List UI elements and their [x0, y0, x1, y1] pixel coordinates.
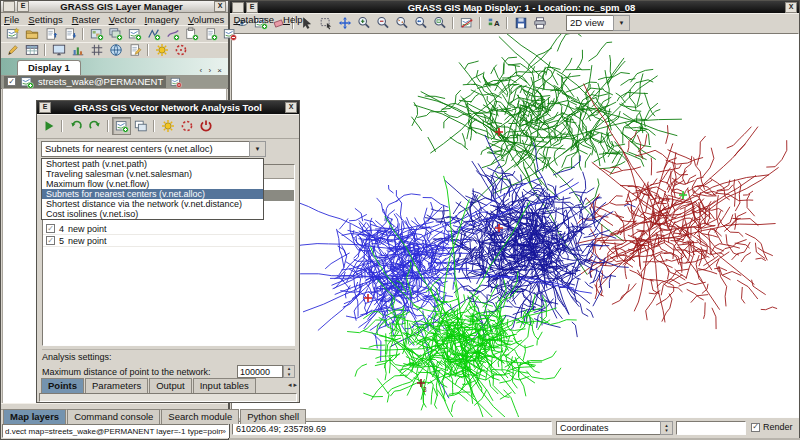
toolbar-separator — [479, 17, 481, 29]
view-mode-value: 2D view — [566, 15, 613, 31]
chevron-down-icon[interactable]: ▼ — [613, 15, 630, 31]
menu-vector[interactable]: Vector — [109, 14, 136, 25]
workspace-new-icon[interactable] — [3, 25, 22, 43]
tab-nav-icons[interactable]: ‹ › × — [196, 66, 228, 75]
digitize-icon[interactable] — [125, 41, 144, 59]
method-option-5[interactable]: Cost isolines (v.net.iso) — [42, 209, 263, 219]
tab-search-module[interactable]: Search module — [161, 409, 239, 424]
tab-map-layers[interactable]: Map layers — [3, 409, 66, 424]
toolbar-separator — [153, 120, 155, 132]
workspace-save-icon[interactable] — [41, 25, 60, 43]
render-checkbox[interactable]: ✓ — [751, 423, 760, 432]
point-checkbox[interactable]: ✓ — [46, 236, 55, 245]
run-icon[interactable] — [39, 117, 58, 135]
selected-layer[interactable]: ✓ streets_wake@PERMANENT — [4, 76, 166, 88]
method-option-0[interactable]: Shortest path (v.net.path) — [42, 159, 263, 169]
menu-volumes[interactable]: Volumes — [188, 14, 224, 25]
menu-settings[interactable]: Settings — [28, 14, 62, 25]
insert-points-icon[interactable] — [112, 117, 131, 135]
window-menu-icon[interactable] — [232, 2, 244, 13]
window-menu-icon[interactable] — [3, 1, 15, 12]
method-option-2[interactable]: Maximum flow (v.net.flow) — [42, 179, 263, 189]
view-mode-combo[interactable]: 2D view ▼ — [566, 15, 630, 31]
tab-points[interactable]: Points — [41, 378, 84, 393]
overlay-add-icon[interactable] — [201, 25, 220, 43]
tab-parameters[interactable]: Parameters — [85, 378, 148, 393]
vdigit-icon[interactable] — [177, 117, 196, 135]
undo-icon[interactable] — [66, 117, 85, 135]
method-option-1[interactable]: Traveling salesman (v.net.salesman) — [42, 169, 263, 179]
group-add-icon[interactable] — [182, 25, 201, 43]
vector-misc-add-icon[interactable] — [163, 25, 182, 43]
menu-file[interactable]: File — [4, 14, 19, 25]
menu-raster[interactable]: Raster — [72, 14, 100, 25]
expand-icon[interactable]: » — [222, 425, 226, 437]
settings-icon[interactable] — [158, 117, 177, 135]
save-file-icon[interactable] — [511, 14, 530, 32]
vector-multi-add-icon[interactable] — [144, 25, 163, 43]
layer-manager-titlebar[interactable]: E GRASS GIS Layer Manager X — [1, 1, 228, 13]
zoom-region-icon[interactable] — [430, 14, 449, 32]
tab-output[interactable]: Output — [149, 378, 192, 393]
overlay-icon[interactable]: A — [484, 14, 503, 32]
analyze-icon[interactable] — [457, 14, 476, 32]
display-tabstrip: Display 1 ‹ › × — [1, 58, 228, 76]
edit-attributes-icon[interactable] — [3, 41, 22, 59]
print-icon[interactable] — [530, 14, 549, 32]
point-row-5[interactable]: ✓5new point — [43, 235, 294, 247]
method-option-3[interactable]: Subnets for nearest centers (v.net.alloc… — [42, 189, 263, 199]
max-distance-spinner[interactable]: 100000 ▴▾ — [237, 365, 295, 378]
command-prompt[interactable]: d.vect map=streets_wake@PERMANENT layer=… — [2, 424, 229, 438]
globe-icon[interactable] — [106, 41, 125, 59]
layer-row[interactable]: ✓ streets_wake@PERMANENT — [1, 75, 228, 89]
tab-command-console[interactable]: Command console — [67, 409, 160, 424]
point-checkbox[interactable]: ✓ — [46, 224, 55, 233]
chevron-down-icon[interactable]: ▼ — [249, 141, 266, 157]
menu-database[interactable]: Database — [233, 14, 274, 25]
raster-multi-add-icon[interactable] — [106, 25, 125, 43]
tab-display-1[interactable]: Display 1 — [17, 60, 81, 75]
snap-icon[interactable] — [131, 117, 150, 135]
zoom-extent-icon[interactable] — [392, 14, 411, 32]
point-row-4[interactable]: ✓4new point — [43, 223, 294, 235]
method-option-4[interactable]: Shortest distance via the network (v.net… — [42, 199, 263, 209]
attribute-table-icon[interactable] — [22, 41, 41, 59]
zoom-back-icon[interactable] — [411, 14, 430, 32]
vector-add-icon[interactable] — [125, 25, 144, 43]
spinner-icon[interactable]: ▴▾ — [660, 421, 673, 435]
method-combo[interactable]: Subnets for nearest centers (v.net.alloc… — [41, 141, 266, 157]
zoom-out-icon[interactable] — [373, 14, 392, 32]
menu-help[interactable]: Help — [283, 14, 303, 25]
tab-input-tables[interactable]: Input tables — [193, 378, 256, 393]
map-display-titlebar[interactable]: E GRASS GIS Map Display: 1 - Location: n… — [230, 1, 799, 13]
redo-icon[interactable] — [85, 117, 104, 135]
spinner-icon[interactable]: ▴▾ — [283, 365, 295, 378]
map-canvas[interactable]: 3 — [231, 33, 799, 418]
workspace-open-icon[interactable] — [22, 25, 41, 43]
zoom-in-icon[interactable] — [354, 14, 373, 32]
workspace-load-icon[interactable] — [60, 25, 79, 43]
layer-remove-icon[interactable] — [220, 25, 239, 43]
quit-icon[interactable] — [196, 117, 215, 135]
new-display-icon[interactable] — [49, 41, 68, 59]
vnet-title: GRASS GIS Vector Network Analysis Tool — [53, 102, 283, 113]
close-icon[interactable]: X — [785, 2, 797, 13]
command-text[interactable]: d.vect map=streets_wake@PERMANENT layer=… — [5, 425, 222, 437]
close-icon[interactable]: X — [285, 102, 297, 113]
chart-icon[interactable] — [68, 41, 87, 59]
layer-checkbox[interactable]: ✓ — [7, 77, 16, 86]
max-distance-value[interactable]: 100000 — [237, 365, 283, 378]
select-icon[interactable] — [316, 14, 335, 32]
raster-add-icon[interactable] — [87, 25, 106, 43]
settings-icon[interactable] — [152, 41, 171, 59]
close-icon[interactable]: X — [214, 1, 226, 12]
render-toggle[interactable]: ✓ Render — [751, 422, 793, 432]
vnet-titlebar[interactable]: E GRASS GIS Vector Network Analysis Tool… — [37, 101, 299, 114]
pan-icon[interactable] — [335, 14, 354, 32]
statusbar-mode-combo[interactable]: Coordinates ▴▾ — [556, 421, 673, 435]
tab-python-shell[interactable]: Python shell — [240, 409, 306, 424]
tab-nav-icons[interactable]: ◂ ▸ — [288, 381, 297, 389]
grid-icon[interactable] — [87, 41, 106, 59]
menu-imagery[interactable]: Imagery — [145, 14, 179, 25]
georectify-icon[interactable] — [171, 41, 190, 59]
